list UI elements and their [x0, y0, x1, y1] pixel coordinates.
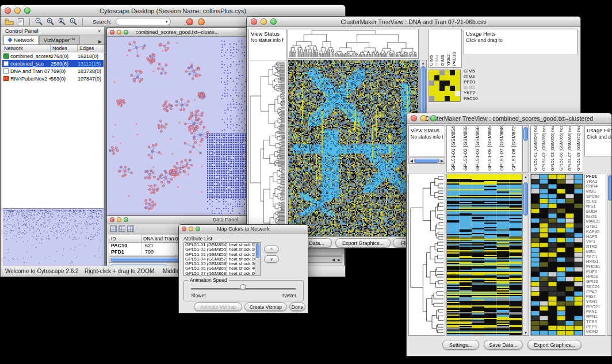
- red-circle-icon[interactable]: [186, 18, 193, 25]
- attribute-list-vscrollbar[interactable]: [255, 243, 260, 275]
- gene-label[interactable]: SPC98: [585, 194, 606, 200]
- zoom-out-icon[interactable]: [34, 17, 44, 26]
- gene-label[interactable]: GPI16: [585, 279, 606, 285]
- zoom-button[interactable]: [124, 217, 128, 222]
- search-input[interactable]: [116, 18, 171, 25]
- col-header-nodes[interactable]: Nodes: [51, 45, 78, 52]
- gene-label[interactable]: PAN1: [585, 309, 606, 315]
- gene-label[interactable]: MSI1: [585, 189, 606, 194]
- view-status-hscrollbar[interactable]: [408, 158, 445, 164]
- treeview-combined-titlebar[interactable]: ClusterMaker TreeView : combined_scores_…: [407, 113, 611, 124]
- close-button[interactable]: [5, 7, 11, 14]
- gene-label[interactable]: YRA1: [585, 179, 606, 185]
- attribute-list-item[interactable]: GPL51-02 (GSM855) heat shock 10 min: [184, 247, 255, 252]
- scrollbar-thumb[interactable]: [608, 175, 611, 201]
- gene-label[interactable]: PFD1: [585, 174, 606, 179]
- row-dendrogram[interactable]: [408, 174, 445, 336]
- network-row[interactable]: RNAPuberNov2 +563(0)107847(0): [2, 75, 104, 82]
- network-overview-canvas[interactable]: [3, 209, 104, 267]
- zoom-fit-icon[interactable]: [57, 17, 67, 26]
- attribute-list-item[interactable]: GPL51-07 (GSM868) heat shock 60 min: [184, 271, 255, 276]
- zoom-button[interactable]: [196, 227, 200, 231]
- gene-label[interactable]: TCB3: [585, 320, 606, 325]
- gene-label[interactable]: FIG4: [585, 294, 606, 300]
- export-file-icon[interactable]: [16, 17, 25, 26]
- tab-overflow-icon[interactable]: [98, 39, 102, 44]
- zoom-in-icon[interactable]: [45, 17, 55, 26]
- heatmap[interactable]: [288, 60, 419, 237]
- minimize-button[interactable]: [420, 115, 427, 121]
- scroll-right-icon[interactable]: [338, 258, 341, 262]
- gene-label[interactable]: ELG1: [585, 214, 606, 220]
- attribute-list-item[interactable]: GPL51-03 (GSM856) heat shock 15 min: [184, 252, 255, 257]
- minimize-button[interactable]: [117, 30, 121, 35]
- scrollbar-thumb[interactable]: [414, 159, 439, 163]
- gene-label[interactable]: KAP95: [585, 229, 606, 235]
- minimize-button[interactable]: [261, 18, 267, 25]
- minimize-button[interactable]: [189, 227, 193, 231]
- export-graphics-button[interactable]: Export Graphics...: [335, 238, 391, 248]
- zoom-button[interactable]: [270, 18, 277, 25]
- scroll-up-icon[interactable]: [420, 61, 426, 65]
- attribute-list-item[interactable]: GPL51-06 (GSM860) heat shock 40 min: [184, 266, 255, 271]
- gene-label[interactable]: CLN1: [585, 200, 606, 205]
- tab-network[interactable]: Network: [3, 35, 39, 44]
- minimize-button[interactable]: [14, 7, 21, 14]
- attribute-select-icon[interactable]: [110, 225, 117, 232]
- scroll-left-icon[interactable]: [410, 159, 413, 163]
- labels-vscrollbar[interactable]: [522, 125, 529, 173]
- attribute-list-item[interactable]: GPL51-04 (GSM857) heat shock 20 min: [184, 257, 255, 262]
- gene-label[interactable]: PHO81: [585, 265, 606, 270]
- scrollbar-thumb[interactable]: [523, 182, 528, 216]
- gene-label[interactable]: BUD4: [585, 209, 606, 214]
- open-folder-icon[interactable]: [4, 17, 14, 26]
- col-header-id[interactable]: ID: [109, 235, 141, 242]
- gene-label[interactable]: HAP3: [585, 235, 606, 240]
- gene-label[interactable]: HRD3: [585, 274, 606, 279]
- network-row[interactable]: combined_sco2569(6)13112(15): [2, 60, 104, 67]
- orange-circle-icon[interactable]: [198, 18, 205, 25]
- network-view-titlebar[interactable]: combined_scores_good.txt--cluste...: [107, 28, 247, 37]
- gene-label[interactable]: MAK31: [585, 219, 606, 224]
- gene-label[interactable]: GTB1: [585, 224, 606, 229]
- gene-label[interactable]: HMG1: [585, 259, 606, 265]
- treeview-dna-titlebar[interactable]: ClusterMaker TreeView : DNA and Tran 07-…: [247, 17, 580, 27]
- gene-label[interactable]: CPA2: [585, 290, 606, 295]
- tab-vizmapper[interactable]: VizMapper™: [39, 35, 80, 44]
- zoom-selected-icon[interactable]: [68, 17, 78, 26]
- attribute-delete-icon[interactable]: [127, 225, 134, 232]
- gene-label[interactable]: RPN1: [585, 315, 606, 320]
- gene-label[interactable]: PEP5: [585, 325, 606, 330]
- gene-label[interactable]: MON2: [585, 329, 606, 335]
- network-canvas[interactable]: [107, 37, 247, 217]
- gene-label[interactable]: RPO21: [585, 305, 606, 310]
- column-dendrogram[interactable]: [288, 29, 419, 59]
- gene-label[interactable]: MSI1: [585, 250, 606, 255]
- network-row[interactable]: combined_scores2764(0)16218(0): [2, 52, 104, 60]
- zoom-button[interactable]: [24, 7, 30, 14]
- heatmap-zoom-view[interactable]: [530, 174, 583, 336]
- move-up-button[interactable]: ^: [264, 246, 279, 253]
- scroll-right-icon[interactable]: [441, 159, 443, 163]
- gene-label[interactable]: YSH1: [585, 300, 606, 305]
- network-view-window[interactable]: combined_scores_good.txt--cluste...: [106, 28, 248, 217]
- gene-label[interactable]: SEC1: [585, 255, 606, 260]
- attribute-list-item[interactable]: GPL51-01 (GSM854) heat shock 05 min: [184, 243, 255, 247]
- heatmap[interactable]: [446, 174, 522, 336]
- gene-label[interactable]: PUF3: [585, 270, 606, 275]
- scroll-left-icon[interactable]: [332, 258, 335, 262]
- main-titlebar[interactable]: Cytoscape Desktop (Session Name: collins…: [1, 5, 345, 17]
- zoom-button[interactable]: [430, 115, 437, 121]
- close-button[interactable]: [251, 18, 257, 25]
- network-overview-panel[interactable]: [3, 208, 104, 267]
- gene-label[interactable]: SEC24: [585, 285, 606, 290]
- done-button[interactable]: Done: [289, 302, 305, 311]
- map-dialog-titlebar[interactable]: Map Colors to Network: [179, 225, 308, 233]
- control-panel-close-icon[interactable]: [97, 28, 101, 34]
- gene-list-vscrollbar[interactable]: [607, 174, 612, 336]
- network-canvas-area[interactable]: [107, 37, 247, 217]
- attribute-list-item[interactable]: GPL51-05 (GSM858) heat shock 30 min: [184, 262, 255, 266]
- export-graphics-button[interactable]: Export Graphics...: [527, 340, 582, 350]
- save-data-button[interactable]: Save Data...: [484, 340, 523, 350]
- zoom-button[interactable]: [124, 30, 128, 35]
